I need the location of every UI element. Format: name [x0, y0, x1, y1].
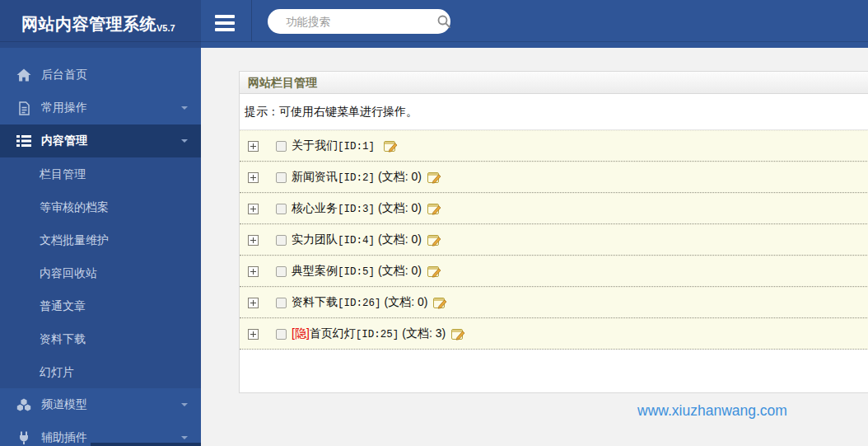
category-label[interactable]: 核心业务 [ID:3] (文档: 0) [292, 201, 422, 216]
app-logo: 网站内容管理系统 V5.7 [0, 0, 201, 48]
category-row: 新闻资讯 [ID:2] (文档: 0) [240, 162, 868, 193]
search-box[interactable] [268, 9, 450, 34]
panel-title: 网站栏目管理 [240, 72, 868, 94]
search-input[interactable] [278, 16, 432, 28]
chevron-down-icon [181, 436, 188, 439]
sidebar-item-recycle-bin[interactable]: 内容回收站 [0, 256, 201, 289]
sidebar-item-batch-maintenance[interactable]: 文档批量维护 [0, 223, 201, 256]
edit-icon[interactable] [451, 328, 465, 340]
list-icon [14, 135, 34, 147]
category-name: 新闻资讯 [292, 170, 338, 185]
category-id: [ID:1] [338, 141, 375, 153]
sidebar-item-label: 辅助插件 [41, 430, 87, 445]
sidebar-item-channel-models[interactable]: 频道模型 [0, 388, 201, 421]
content-management-submenu: 栏目管理 等审核的档案 文档批量维护 内容回收站 普通文章 资料下载 幻灯片 [0, 157, 201, 388]
sidebar-item-articles[interactable]: 普通文章 [0, 289, 201, 322]
category-doc-count: (文档: 0) [378, 201, 422, 216]
category-doc-count: (文档: 0) [378, 170, 422, 185]
category-id: [ID:2] [338, 172, 375, 184]
row-checkbox[interactable] [276, 172, 287, 183]
hidden-tag: [隐] [292, 326, 310, 341]
sidebar-item-common-actions[interactable]: 常用操作 [0, 92, 201, 124]
category-id: [ID:5] [338, 266, 375, 278]
category-doc-count: (文档: 0) [385, 295, 428, 310]
sidebar-item-label: 内容管理 [41, 134, 87, 148]
category-row: [隐] 首页幻灯 [ID:25] (文档: 3) [240, 318, 868, 350]
category-row: 资料下载 [ID:26] (文档: 0) [240, 287, 868, 318]
expand-toggle-icon[interactable] [248, 172, 259, 183]
category-doc-count: (文档: 3) [402, 326, 446, 341]
category-id: [ID:4] [338, 235, 375, 246]
category-label[interactable]: 实力团队 [ID:4] (文档: 0) [292, 232, 422, 247]
expand-toggle-icon[interactable] [248, 235, 259, 246]
row-checkbox[interactable] [276, 235, 287, 246]
expand-toggle-icon[interactable] [248, 141, 259, 152]
edit-icon[interactable] [427, 234, 441, 246]
category-label[interactable]: 典型案例 [ID:5] (文档: 0) [292, 264, 422, 279]
sidebar: 后台首页 常用操作 内容管理 栏目管理 等审核的档案 文档批量维护 内容回收站 … [0, 48, 201, 446]
category-management-panel: 网站栏目管理 提示：可使用右键菜单进行操作。 关于我们 [ID:1] [239, 71, 868, 393]
category-row: 关于我们 [ID:1] [240, 130, 868, 162]
magnifier-icon[interactable] [436, 14, 451, 29]
cubes-icon [14, 398, 34, 411]
category-label[interactable]: [隐] 首页幻灯 [ID:25] (文档: 3) [292, 326, 446, 341]
plug-icon [14, 431, 34, 444]
category-row: 典型案例 [ID:5] (文档: 0) [240, 256, 868, 287]
category-doc-count: (文档: 0) [378, 232, 422, 247]
chevron-down-icon [181, 139, 188, 143]
row-checkbox[interactable] [276, 329, 287, 340]
category-row: 实力团队 [ID:4] (文档: 0) [240, 224, 868, 256]
category-name: 典型案例 [292, 264, 338, 279]
edit-icon[interactable] [433, 297, 447, 309]
category-label[interactable]: 新闻资讯 [ID:2] (文档: 0) [292, 170, 422, 185]
sidebar-item-label: 常用操作 [41, 101, 87, 115]
sidebar-item-home[interactable]: 后台首页 [0, 59, 201, 92]
row-checkbox[interactable] [276, 204, 287, 214]
expand-toggle-icon[interactable] [248, 204, 259, 214]
app-title: 网站内容管理系统 [21, 13, 156, 35]
row-checkbox[interactable] [276, 298, 287, 308]
sidebar-item-label: 频道模型 [41, 397, 87, 412]
edit-icon[interactable] [427, 203, 441, 215]
topbar: 网站内容管理系统 V5.7 [0, 0, 868, 48]
sidebar-item-slides[interactable]: 幻灯片 [0, 355, 201, 388]
sidebar-item-downloads[interactable]: 资料下载 [0, 322, 201, 355]
home-icon [14, 68, 34, 82]
category-name: 首页幻灯 [310, 326, 356, 341]
category-id: [ID:3] [338, 204, 375, 215]
category-id: [ID:25] [356, 329, 399, 340]
category-label[interactable]: 资料下载 [ID:26] (文档: 0) [292, 295, 427, 310]
sidebar-item-content-management[interactable]: 内容管理 [0, 124, 201, 157]
row-checkbox[interactable] [276, 141, 287, 152]
expand-toggle-icon[interactable] [248, 298, 259, 308]
chevron-down-icon [181, 403, 188, 406]
main-content: 网站栏目管理 提示：可使用右键菜单进行操作。 关于我们 [ID:1] [201, 48, 868, 446]
chevron-down-icon [181, 106, 188, 110]
category-name: 核心业务 [292, 201, 338, 216]
sidebar-item-pending-review[interactable]: 等审核的档案 [0, 190, 201, 223]
edit-icon[interactable] [427, 171, 441, 184]
edit-icon[interactable] [384, 140, 398, 153]
submenu-peek [91, 443, 201, 446]
topbar-divider [251, 0, 252, 41]
category-label[interactable]: 关于我们 [ID:1] [292, 138, 378, 153]
edit-icon[interactable] [427, 265, 441, 278]
category-id: [ID:26] [338, 298, 381, 309]
expand-toggle-icon[interactable] [248, 266, 259, 277]
panel-spacer [240, 350, 868, 392]
hamburger-icon[interactable] [215, 15, 235, 33]
sidebar-item-category-management[interactable]: 栏目管理 [0, 157, 201, 190]
category-name: 实力团队 [292, 232, 338, 247]
file-icon [14, 101, 34, 115]
category-row: 核心业务 [ID:3] (文档: 0) [240, 193, 868, 224]
site-link[interactable]: www.xiuzhanwang.com [637, 402, 787, 420]
panel-tip-text: 提示：可使用右键菜单进行操作。 [240, 94, 868, 130]
row-checkbox[interactable] [276, 266, 287, 277]
sidebar-item-label: 后台首页 [41, 68, 87, 82]
category-name: 关于我们 [292, 138, 338, 153]
expand-toggle-icon[interactable] [248, 329, 259, 340]
app-version: V5.7 [156, 23, 175, 33]
category-doc-count: (文档: 0) [378, 264, 422, 279]
category-name: 资料下载 [292, 295, 338, 310]
